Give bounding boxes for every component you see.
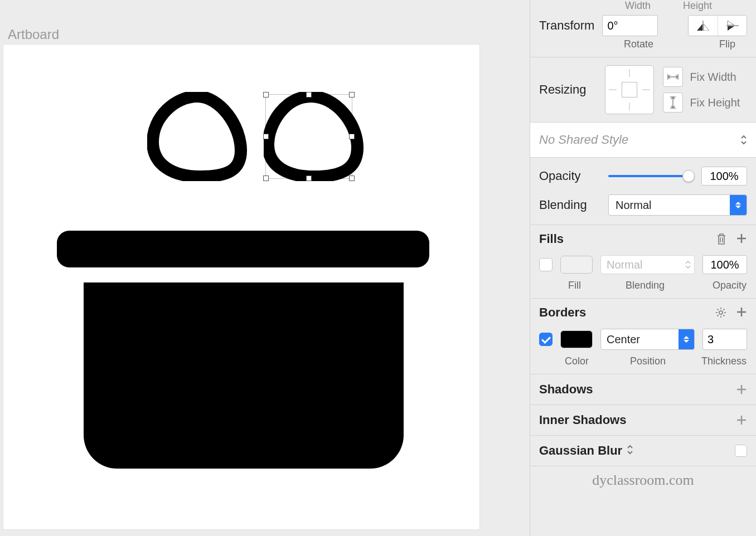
- width-label: Width: [625, 0, 651, 12]
- shared-style-text: No Shared Style: [539, 133, 628, 147]
- chevron-updown-icon[interactable]: [627, 444, 633, 458]
- fills-title: Fills: [539, 232, 564, 246]
- fix-height-icon: [663, 92, 683, 113]
- fill-opacity-input[interactable]: [702, 255, 747, 274]
- flip-group: [688, 15, 747, 36]
- opacity-label: Opacity: [539, 169, 600, 183]
- selection-handle-bl[interactable]: [263, 176, 269, 181]
- chevron-updown-icon: [685, 261, 691, 269]
- selection-handle-mr[interactable]: [349, 134, 355, 139]
- border-color-swatch[interactable]: [560, 330, 593, 348]
- shadows-title: Shadows: [539, 382, 593, 397]
- border-position-select[interactable]: Center: [600, 329, 695, 350]
- fills-add-button[interactable]: [736, 233, 747, 245]
- selection-handle-tm[interactable]: [306, 92, 312, 98]
- border-enabled-checkbox[interactable]: [539, 333, 553, 346]
- shape-hat-body[interactable]: [84, 282, 404, 469]
- fix-height-label: Fix Height: [690, 96, 740, 109]
- svg-point-0: [719, 311, 723, 314]
- fills-delete-button[interactable]: [716, 233, 727, 245]
- selection-handle-tl[interactable]: [263, 92, 269, 98]
- flip-vertical-button[interactable]: [718, 16, 747, 36]
- selection-handle-ml[interactable]: [263, 134, 269, 139]
- selection-handle-bm[interactable]: [306, 176, 312, 181]
- rotate-input[interactable]: [602, 15, 658, 36]
- border-sublabel-position: Position: [630, 355, 666, 367]
- selection-handle-br[interactable]: [349, 176, 355, 181]
- inner-shadows-add-button[interactable]: [736, 415, 747, 426]
- gaussian-blur-checkbox[interactable]: [735, 445, 747, 457]
- canvas-area[interactable]: Artboard: [0, 0, 530, 536]
- blending-select[interactable]: Normal: [608, 194, 747, 216]
- opacity-slider-thumb[interactable]: [682, 170, 695, 182]
- borders-add-button[interactable]: [736, 306, 747, 319]
- blending-value: Normal: [616, 199, 651, 212]
- fill-color-swatch[interactable]: [560, 256, 593, 274]
- selection-bounds[interactable]: [265, 94, 352, 179]
- artboard-label[interactable]: Artboard: [8, 27, 59, 42]
- transform-label: Transform: [539, 18, 594, 33]
- fix-width-icon: [663, 67, 683, 87]
- fix-width-button[interactable]: Fix Width: [663, 67, 740, 87]
- fill-sublabel-fill: Fill: [568, 280, 581, 291]
- opacity-input[interactable]: [701, 167, 747, 186]
- rotate-sublabel: Rotate: [624, 38, 653, 50]
- fill-blending-select[interactable]: Normal: [600, 255, 695, 274]
- shadows-add-button[interactable]: [736, 384, 747, 395]
- border-sublabel-thickness: Thickness: [701, 355, 747, 367]
- blending-label: Blending: [539, 198, 600, 212]
- border-position-value: Center: [607, 333, 640, 346]
- border-thickness-input[interactable]: [702, 329, 747, 350]
- opacity-slider[interactable]: [608, 170, 694, 182]
- flip-sublabel: Flip: [719, 38, 735, 50]
- fix-width-label: Fix Width: [690, 71, 736, 84]
- fill-sublabel-blending: Blending: [626, 280, 665, 291]
- borders-title: Borders: [539, 305, 586, 320]
- resizing-constraints[interactable]: [605, 65, 654, 114]
- border-sublabel-color: Color: [565, 355, 589, 367]
- inner-shadows-title: Inner Shadows: [539, 413, 626, 427]
- artboard[interactable]: [3, 45, 479, 529]
- borders-settings-button[interactable]: [715, 306, 727, 319]
- watermark-text: dyclassroom.com: [530, 466, 756, 496]
- fill-blending-value: Normal: [607, 259, 642, 271]
- shape-hat-brim[interactable]: [57, 231, 429, 267]
- selection-handle-tr[interactable]: [349, 92, 355, 98]
- fill-enabled-checkbox[interactable]: [539, 258, 553, 271]
- inspector-panel: Width Height Transform Rotate Flip Resiz…: [530, 0, 756, 536]
- gaussian-blur-title: Gaussian Blur: [539, 444, 622, 458]
- fix-height-button[interactable]: Fix Height: [663, 92, 740, 113]
- resizing-label: Resizing: [539, 82, 586, 97]
- shape-ear-left[interactable]: [147, 92, 248, 181]
- fill-sublabel-opacity: Opacity: [713, 280, 747, 291]
- chevron-updown-icon: [740, 135, 747, 145]
- flip-horizontal-button[interactable]: [689, 16, 718, 36]
- height-label: Height: [683, 0, 712, 12]
- shared-style-select[interactable]: No Shared Style: [530, 123, 756, 158]
